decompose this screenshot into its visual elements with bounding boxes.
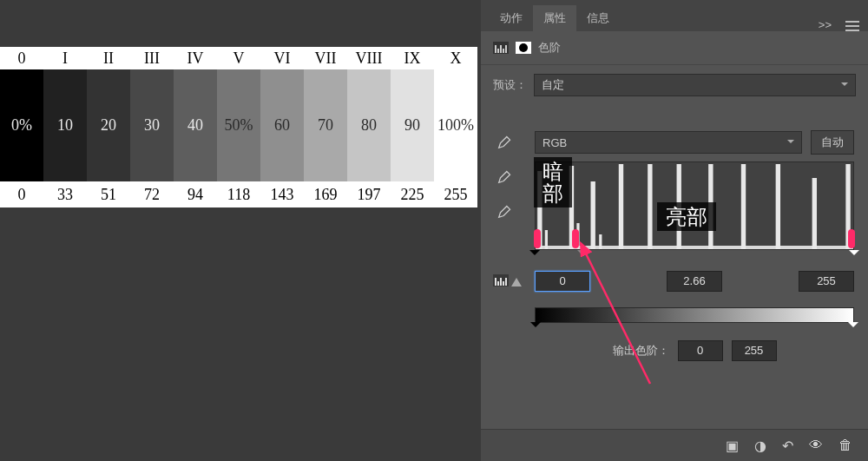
shadow-marker [534, 229, 541, 248]
channel-value: RGB [542, 136, 567, 149]
svg-rect-9 [776, 164, 780, 249]
tab-actions[interactable]: 动作 [490, 5, 533, 31]
output-shadow-slider[interactable] [530, 322, 541, 333]
levels-icon [493, 42, 509, 54]
chart-level-cell: 225 [391, 181, 434, 207]
chart-level-cell: 33 [43, 181, 87, 207]
svg-rect-14 [599, 234, 602, 249]
tab-properties[interactable]: 属性 [533, 5, 576, 31]
collapse-icon[interactable]: >> [819, 18, 832, 31]
chart-swatch-cell: 80 [347, 69, 391, 181]
histogram[interactable]: 暗 部 亮部 [535, 161, 854, 250]
panel-header: 色阶 [481, 31, 868, 65]
panel-footer: ▣ ◑ ↶ 👁 🗑 [481, 429, 868, 461]
preset-select[interactable]: 自定 [534, 74, 856, 96]
output-level-row: 输出色阶： 0 255 [535, 340, 854, 361]
chart-header-cell: IX [391, 47, 434, 69]
chart-swatch-cell: 100% [434, 69, 477, 181]
chart-level-cell: 0 [0, 181, 43, 207]
chart-level-cell: 197 [347, 181, 391, 207]
preset-value: 自定 [542, 77, 564, 93]
chart-header-row: 0IIIIIIIVVVIVIIVIIIIXX [0, 47, 478, 69]
chart-swatch-cell: 60 [260, 69, 304, 181]
view-previous-icon[interactable]: ◑ [754, 438, 766, 454]
output-gradient[interactable] [535, 307, 854, 323]
midtone-input[interactable]: 2.66 [667, 271, 722, 292]
chart-swatch-cell: 30 [130, 69, 174, 181]
panel-menu-icon[interactable] [845, 21, 859, 31]
mask-icon[interactable] [516, 42, 531, 54]
chart-swatch-cell: 20 [87, 69, 130, 181]
highlight-marker [848, 229, 855, 248]
chart-level-cell: 143 [260, 181, 304, 207]
midtone-slider[interactable] [577, 250, 588, 260]
eyedropper-tools [493, 132, 517, 221]
chart-level-cell: 72 [130, 181, 174, 207]
chart-header-cell: V [217, 47, 260, 69]
output-low-input[interactable]: 0 [678, 340, 723, 361]
preset-row: 预设： 自定 [481, 65, 868, 105]
preset-label: 预设： [493, 77, 527, 93]
tab-info[interactable]: 信息 [576, 5, 620, 31]
svg-rect-10 [812, 178, 817, 249]
chart-level-cell: 51 [87, 181, 130, 207]
chart-swatch-cell: 50% [217, 69, 260, 181]
output-highlight-slider[interactable] [848, 322, 858, 333]
input-slider-track[interactable] [535, 250, 854, 262]
output-high-input[interactable]: 255 [732, 340, 777, 361]
black-point-eyedropper-icon[interactable] [496, 132, 515, 151]
svg-rect-4 [619, 164, 623, 249]
clip-to-layer-icon[interactable]: ▣ [726, 438, 739, 454]
chart-header-cell: II [87, 47, 130, 69]
chart-level-cell: 118 [217, 181, 260, 207]
delete-icon[interactable]: 🗑 [838, 438, 852, 453]
chart-header-cell: III [130, 47, 174, 69]
white-point-eyedropper-icon[interactable] [496, 201, 515, 221]
chart-header-cell: I [43, 47, 87, 69]
chart-header-cell: VIII [347, 47, 391, 69]
annotation-highlights: 亮部 [657, 202, 716, 231]
panel-tabs: 动作 属性 信息 >> [481, 0, 868, 31]
highlight-slider[interactable] [849, 250, 859, 260]
input-level-values: 0 2.66 255 [535, 271, 854, 292]
svg-rect-0 [536, 246, 853, 249]
chart-header-cell: 0 [0, 47, 43, 69]
chart-levels-row: 033517294118143169197225255 [0, 181, 478, 207]
chart-swatch-cell: 0% [0, 69, 43, 181]
shadow-marker-2 [572, 229, 579, 248]
panel-title-text: 色阶 [538, 40, 561, 56]
chart-level-cell: 169 [304, 181, 347, 207]
chart-header-cell: X [434, 47, 477, 69]
levels-main: RGB 自动 [535, 130, 854, 361]
channel-select[interactable]: RGB [535, 131, 802, 154]
chart-header-cell: VII [304, 47, 347, 69]
highlight-input[interactable]: 255 [799, 271, 854, 292]
shadow-slider[interactable] [529, 250, 540, 260]
svg-rect-8 [741, 164, 746, 249]
chart-level-cell: 255 [434, 181, 477, 207]
annotation-shadows: 暗 部 [534, 157, 572, 207]
output-label: 输出色阶： [613, 343, 669, 359]
reset-icon[interactable]: ↶ [782, 438, 793, 454]
chart-swatch-cell: 70 [304, 69, 347, 181]
properties-panel: 动作 属性 信息 >> 色阶 预设： 自定 RGB [481, 0, 868, 461]
chart-swatch-cell: 90 [391, 69, 434, 181]
auto-button[interactable]: 自动 [811, 130, 854, 155]
gray-point-eyedropper-icon[interactable] [496, 167, 515, 186]
chart-gradient-row: 0%1020304050%60708090100% [0, 69, 478, 181]
chart-header-cell: VI [260, 47, 304, 69]
levels-clip-icon[interactable] [493, 273, 522, 289]
chart-swatch-cell: 40 [174, 69, 217, 181]
warning-icon [511, 273, 522, 286]
chart-level-cell: 94 [174, 181, 217, 207]
svg-rect-3 [591, 181, 595, 249]
visibility-icon[interactable]: 👁 [809, 438, 823, 453]
canvas-document: 0IIIIIIIVVVIVIIVIIIIXX 0%1020304050%6070… [0, 47, 478, 207]
chart-swatch-cell: 10 [43, 69, 87, 181]
shadow-input[interactable]: 0 [535, 271, 590, 292]
svg-rect-12 [545, 230, 548, 249]
chart-header-cell: IV [174, 47, 217, 69]
svg-rect-5 [648, 164, 652, 249]
